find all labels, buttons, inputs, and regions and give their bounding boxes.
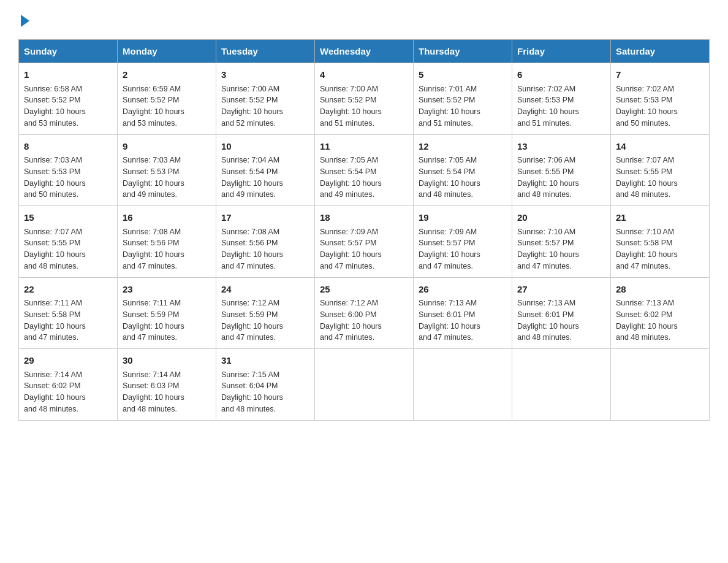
day-number: 30 bbox=[123, 354, 211, 368]
day-info: Sunrise: 6:59 AMSunset: 5:52 PMDaylight:… bbox=[123, 85, 184, 128]
day-number: 10 bbox=[221, 140, 309, 154]
day-number: 9 bbox=[123, 140, 211, 154]
day-number: 16 bbox=[123, 211, 211, 225]
calendar-cell: 29 Sunrise: 7:14 AMSunset: 6:02 PMDaylig… bbox=[19, 349, 118, 421]
day-number: 5 bbox=[419, 68, 507, 82]
day-number: 17 bbox=[221, 211, 309, 225]
calendar-week-row: 22 Sunrise: 7:11 AMSunset: 5:58 PMDaylig… bbox=[19, 277, 710, 349]
calendar-cell: 30 Sunrise: 7:14 AMSunset: 6:03 PMDaylig… bbox=[118, 349, 216, 421]
calendar-cell: 27 Sunrise: 7:13 AMSunset: 6:01 PMDaylig… bbox=[512, 277, 611, 349]
calendar-cell: 2 Sunrise: 6:59 AMSunset: 5:52 PMDayligh… bbox=[118, 63, 216, 135]
column-header-monday: Monday bbox=[118, 40, 216, 63]
calendar-cell: 16 Sunrise: 7:08 AMSunset: 5:56 PMDaylig… bbox=[118, 206, 216, 278]
day-info: Sunrise: 7:12 AMSunset: 6:00 PMDaylight:… bbox=[320, 299, 382, 342]
calendar-cell: 31 Sunrise: 7:15 AMSunset: 6:04 PMDaylig… bbox=[216, 349, 315, 421]
day-info: Sunrise: 7:01 AMSunset: 5:52 PMDaylight:… bbox=[419, 85, 480, 128]
day-number: 24 bbox=[221, 283, 309, 297]
calendar-cell bbox=[315, 349, 414, 421]
day-number: 8 bbox=[24, 140, 112, 154]
calendar-cell: 11 Sunrise: 7:05 AMSunset: 5:54 PMDaylig… bbox=[315, 134, 414, 206]
calendar-cell: 5 Sunrise: 7:01 AMSunset: 5:52 PMDayligh… bbox=[414, 63, 512, 135]
calendar-header-row: SundayMondayTuesdayWednesdayThursdayFrid… bbox=[19, 40, 710, 63]
day-number: 14 bbox=[616, 140, 704, 154]
calendar-cell: 28 Sunrise: 7:13 AMSunset: 6:02 PMDaylig… bbox=[611, 277, 710, 349]
calendar-cell bbox=[414, 349, 512, 421]
day-info: Sunrise: 7:00 AMSunset: 5:52 PMDaylight:… bbox=[221, 85, 283, 128]
day-number: 23 bbox=[123, 283, 211, 297]
day-info: Sunrise: 7:13 AMSunset: 6:01 PMDaylight:… bbox=[419, 299, 480, 342]
day-number: 28 bbox=[616, 283, 704, 297]
calendar-cell: 18 Sunrise: 7:09 AMSunset: 5:57 PMDaylig… bbox=[315, 206, 414, 278]
day-info: Sunrise: 7:11 AMSunset: 5:59 PMDaylight:… bbox=[123, 299, 184, 342]
day-info: Sunrise: 7:06 AMSunset: 5:55 PMDaylight:… bbox=[517, 156, 579, 199]
calendar-cell: 10 Sunrise: 7:04 AMSunset: 5:54 PMDaylig… bbox=[216, 134, 315, 206]
day-info: Sunrise: 7:14 AMSunset: 6:02 PMDaylight:… bbox=[24, 370, 86, 413]
calendar-cell: 17 Sunrise: 7:08 AMSunset: 5:56 PMDaylig… bbox=[216, 206, 315, 278]
day-info: Sunrise: 7:09 AMSunset: 5:57 PMDaylight:… bbox=[320, 228, 382, 270]
day-number: 11 bbox=[320, 140, 408, 154]
day-info: Sunrise: 7:10 AMSunset: 5:57 PMDaylight:… bbox=[517, 228, 579, 270]
day-info: Sunrise: 7:05 AMSunset: 5:54 PMDaylight:… bbox=[419, 156, 480, 199]
column-header-sunday: Sunday bbox=[19, 40, 118, 63]
day-info: Sunrise: 7:10 AMSunset: 5:58 PMDaylight:… bbox=[616, 228, 678, 270]
day-number: 12 bbox=[419, 140, 507, 154]
column-header-thursday: Thursday bbox=[414, 40, 512, 63]
logo bbox=[18, 12, 32, 27]
day-info: Sunrise: 7:08 AMSunset: 5:56 PMDaylight:… bbox=[221, 228, 283, 270]
calendar-cell: 1 Sunrise: 6:58 AMSunset: 5:52 PMDayligh… bbox=[19, 63, 118, 135]
calendar-cell: 6 Sunrise: 7:02 AMSunset: 5:53 PMDayligh… bbox=[512, 63, 611, 135]
calendar-cell: 22 Sunrise: 7:11 AMSunset: 5:58 PMDaylig… bbox=[19, 277, 118, 349]
day-info: Sunrise: 7:02 AMSunset: 5:53 PMDaylight:… bbox=[517, 85, 579, 128]
calendar-cell: 8 Sunrise: 7:03 AMSunset: 5:53 PMDayligh… bbox=[19, 134, 118, 206]
calendar-cell: 19 Sunrise: 7:09 AMSunset: 5:57 PMDaylig… bbox=[414, 206, 512, 278]
calendar-cell: 15 Sunrise: 7:07 AMSunset: 5:55 PMDaylig… bbox=[19, 206, 118, 278]
day-info: Sunrise: 7:07 AMSunset: 5:55 PMDaylight:… bbox=[24, 228, 86, 270]
day-info: Sunrise: 7:13 AMSunset: 6:02 PMDaylight:… bbox=[616, 299, 678, 342]
calendar-cell: 23 Sunrise: 7:11 AMSunset: 5:59 PMDaylig… bbox=[118, 277, 216, 349]
day-info: Sunrise: 7:13 AMSunset: 6:01 PMDaylight:… bbox=[517, 299, 579, 342]
day-info: Sunrise: 7:11 AMSunset: 5:58 PMDaylight:… bbox=[24, 299, 86, 342]
calendar-table: SundayMondayTuesdayWednesdayThursdayFrid… bbox=[18, 39, 710, 421]
column-header-wednesday: Wednesday bbox=[315, 40, 414, 63]
calendar-cell: 21 Sunrise: 7:10 AMSunset: 5:58 PMDaylig… bbox=[611, 206, 710, 278]
calendar-cell: 7 Sunrise: 7:02 AMSunset: 5:53 PMDayligh… bbox=[611, 63, 710, 135]
day-info: Sunrise: 7:07 AMSunset: 5:55 PMDaylight:… bbox=[616, 156, 678, 199]
day-info: Sunrise: 7:05 AMSunset: 5:54 PMDaylight:… bbox=[320, 156, 382, 199]
day-info: Sunrise: 7:04 AMSunset: 5:54 PMDaylight:… bbox=[221, 156, 283, 199]
calendar-week-row: 1 Sunrise: 6:58 AMSunset: 5:52 PMDayligh… bbox=[19, 63, 710, 135]
calendar-cell: 26 Sunrise: 7:13 AMSunset: 6:01 PMDaylig… bbox=[414, 277, 512, 349]
calendar-cell: 4 Sunrise: 7:00 AMSunset: 5:52 PMDayligh… bbox=[315, 63, 414, 135]
day-number: 4 bbox=[320, 68, 408, 82]
calendar-week-row: 8 Sunrise: 7:03 AMSunset: 5:53 PMDayligh… bbox=[19, 134, 710, 206]
day-info: Sunrise: 7:12 AMSunset: 5:59 PMDaylight:… bbox=[221, 299, 283, 342]
day-number: 27 bbox=[517, 283, 605, 297]
calendar-cell bbox=[512, 349, 611, 421]
day-number: 7 bbox=[616, 68, 704, 82]
day-number: 1 bbox=[24, 68, 112, 82]
day-number: 31 bbox=[221, 354, 309, 368]
calendar-week-row: 29 Sunrise: 7:14 AMSunset: 6:02 PMDaylig… bbox=[19, 349, 710, 421]
calendar-cell: 9 Sunrise: 7:03 AMSunset: 5:53 PMDayligh… bbox=[118, 134, 216, 206]
day-info: Sunrise: 7:02 AMSunset: 5:53 PMDaylight:… bbox=[616, 85, 678, 128]
logo-triangle-icon bbox=[21, 15, 29, 27]
day-number: 22 bbox=[24, 283, 112, 297]
day-number: 26 bbox=[419, 283, 507, 297]
calendar-week-row: 15 Sunrise: 7:07 AMSunset: 5:55 PMDaylig… bbox=[19, 206, 710, 278]
calendar-cell: 25 Sunrise: 7:12 AMSunset: 6:00 PMDaylig… bbox=[315, 277, 414, 349]
column-header-tuesday: Tuesday bbox=[216, 40, 315, 63]
day-number: 25 bbox=[320, 283, 408, 297]
day-number: 3 bbox=[221, 68, 309, 82]
day-info: Sunrise: 7:00 AMSunset: 5:52 PMDaylight:… bbox=[320, 85, 382, 128]
day-number: 21 bbox=[616, 211, 704, 225]
day-number: 20 bbox=[517, 211, 605, 225]
day-number: 6 bbox=[517, 68, 605, 82]
calendar-cell: 20 Sunrise: 7:10 AMSunset: 5:57 PMDaylig… bbox=[512, 206, 611, 278]
day-number: 2 bbox=[123, 68, 211, 82]
calendar-cell: 24 Sunrise: 7:12 AMSunset: 5:59 PMDaylig… bbox=[216, 277, 315, 349]
day-number: 29 bbox=[24, 354, 112, 368]
calendar-cell: 13 Sunrise: 7:06 AMSunset: 5:55 PMDaylig… bbox=[512, 134, 611, 206]
day-number: 13 bbox=[517, 140, 605, 154]
day-number: 18 bbox=[320, 211, 408, 225]
day-info: Sunrise: 7:14 AMSunset: 6:03 PMDaylight:… bbox=[123, 370, 184, 413]
day-info: Sunrise: 6:58 AMSunset: 5:52 PMDaylight:… bbox=[24, 85, 86, 128]
